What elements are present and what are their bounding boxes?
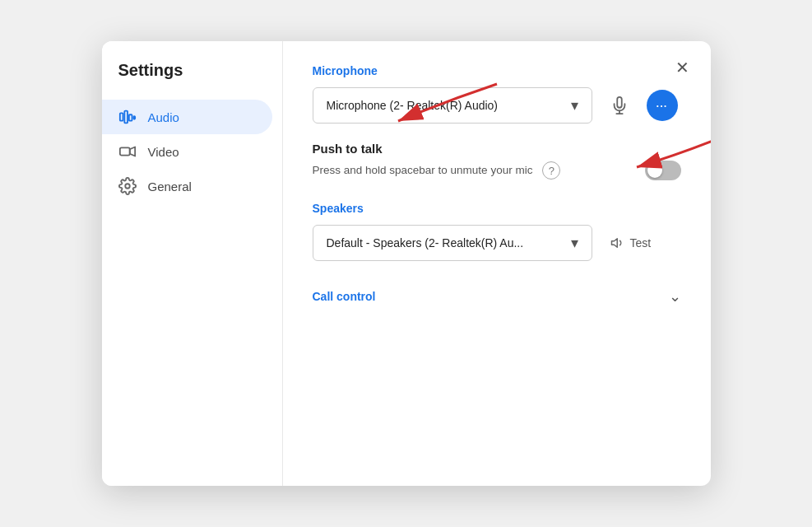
speakers-chevron-icon: ▾ <box>571 234 578 252</box>
close-icon: ✕ <box>675 59 689 76</box>
svg-rect-0 <box>119 113 123 120</box>
video-icon <box>118 142 137 161</box>
push-to-talk-row: Press and hold spacebar to unmute your m… <box>313 161 681 180</box>
svg-marker-9 <box>611 239 617 248</box>
sidebar-video-label: Video <box>148 145 179 159</box>
push-to-talk-section: Push to talk Press and hold spacebar to … <box>313 142 681 180</box>
microphone-selected-value: Microphone (2- Realtek(R) Audio) <box>327 99 499 112</box>
speakers-section: Speakers Default - Speakers (2- Realtek(… <box>313 202 681 261</box>
toggle-knob <box>647 163 662 178</box>
push-to-talk-title: Push to talk <box>313 142 681 156</box>
sidebar-general-label: General <box>148 180 192 194</box>
microphone-label: Microphone <box>313 64 681 77</box>
speakers-label: Speakers <box>313 202 681 215</box>
push-to-talk-description: Press and hold spacebar to unmute your m… <box>313 163 533 179</box>
close-button[interactable]: ✕ <box>670 54 696 81</box>
speakers-row: Default - Speakers (2- Realtek(R) Au... … <box>313 225 681 261</box>
svg-rect-2 <box>128 114 132 120</box>
svg-rect-1 <box>124 111 128 124</box>
test-button-label: Test <box>630 236 652 250</box>
more-icon: ··· <box>657 100 668 112</box>
speakers-select[interactable]: Default - Speakers (2- Realtek(R) Au... … <box>313 225 592 261</box>
microphone-chevron-icon: ▾ <box>571 96 578 114</box>
sidebar-audio-label: Audio <box>148 110 179 124</box>
call-control-section[interactable]: Call control ⌄ <box>313 284 681 309</box>
sidebar-item-general[interactable]: General <box>102 169 272 203</box>
microphone-section: Microphone Microphone (2- Realtek(R) Aud… <box>313 64 681 124</box>
sidebar: Settings Audio Video <box>102 41 283 486</box>
svg-rect-3 <box>133 116 135 119</box>
audio-icon <box>118 108 137 126</box>
microphone-select[interactable]: Microphone (2- Realtek(R) Audio) ▾ <box>313 87 592 124</box>
svg-rect-4 <box>119 147 129 155</box>
main-content: ✕ Microphone Microphone (2- Realtek(R) A… <box>283 41 711 486</box>
speaker-icon <box>610 236 625 250</box>
svg-point-6 <box>125 184 130 189</box>
call-control-chevron-icon: ⌄ <box>669 287 681 305</box>
call-control-label: Call control <box>313 290 376 303</box>
general-icon <box>118 177 137 195</box>
microphone-mute-button[interactable] <box>604 90 635 121</box>
push-to-talk-toggle[interactable] <box>645 161 681 180</box>
sidebar-title: Settings <box>102 61 282 100</box>
settings-dialog: Settings Audio Video <box>102 41 711 486</box>
svg-marker-5 <box>129 147 134 156</box>
speakers-test-button[interactable]: Test <box>604 232 658 254</box>
microphone-row: Microphone (2- Realtek(R) Audio) ▾ ··· <box>313 87 681 124</box>
help-icon[interactable]: ? <box>542 161 560 180</box>
sidebar-item-audio[interactable]: Audio <box>102 100 272 134</box>
sidebar-item-video[interactable]: Video <box>102 134 272 169</box>
speakers-selected-value: Default - Speakers (2- Realtek(R) Au... <box>327 236 524 250</box>
push-to-talk-toggle-container <box>645 161 681 180</box>
microphone-more-button[interactable]: ··· <box>647 90 678 121</box>
